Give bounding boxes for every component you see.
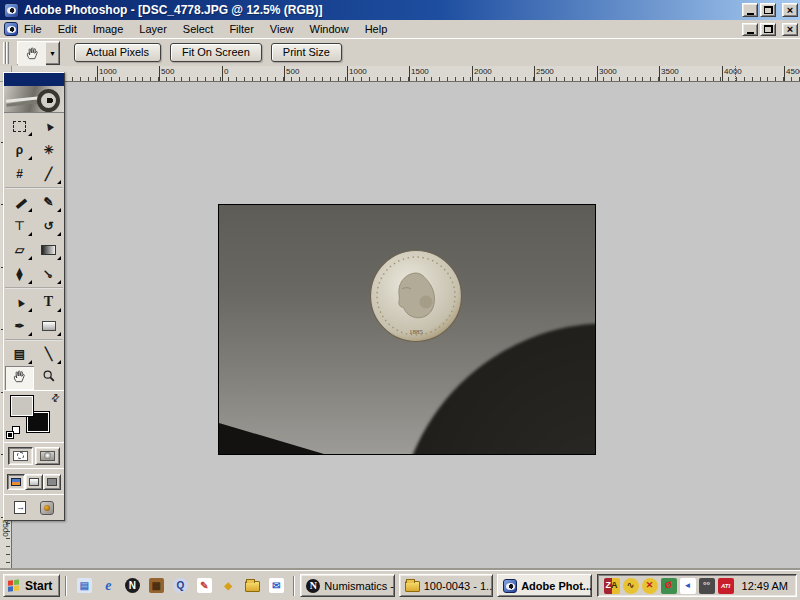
tool-magic-wand[interactable]: ✳	[34, 138, 63, 162]
menu-help[interactable]: Help	[357, 22, 396, 36]
menu-file[interactable]: File	[18, 22, 50, 36]
adobe-eye-banner-icon[interactable]	[4, 86, 64, 113]
type-icon: T	[44, 295, 53, 309]
ruler-tick	[580, 77, 581, 81]
menu-image[interactable]: Image	[85, 22, 132, 36]
rectangle-icon	[42, 321, 56, 331]
task-button-adobe-phot[interactable]: Adobe Phot...	[497, 574, 591, 597]
netscape-icon[interactable]: N	[123, 577, 141, 595]
standard-mode-button[interactable]	[8, 447, 33, 465]
clone-stamp-icon: ⊤	[14, 220, 24, 232]
ruler-tick	[119, 77, 120, 81]
menu-edit[interactable]: Edit	[50, 22, 85, 36]
swap-colors-icon[interactable]: ⇄	[48, 391, 62, 405]
tool-notes[interactable]: ▤	[5, 342, 34, 366]
options-button-actual-pixels[interactable]: Actual Pixels	[74, 43, 161, 62]
imageready-icon[interactable]	[40, 501, 54, 515]
document-close-button[interactable]: ×	[782, 23, 798, 36]
quick-mask-mode-button[interactable]	[35, 447, 60, 465]
tool-rectangular-marquee[interactable]	[5, 114, 34, 138]
ruler-tick	[697, 77, 698, 81]
tool-eyedropper[interactable]: ╲	[34, 342, 63, 366]
tool-crop[interactable]: #	[5, 162, 34, 186]
tool-slice[interactable]: ╱	[34, 162, 63, 186]
task-button-numismatics[interactable]: NNumismatics -...	[300, 574, 394, 597]
menu-select[interactable]: Select	[175, 22, 222, 36]
internet-explorer-icon[interactable]: e	[99, 577, 117, 595]
quick-mask-icon	[44, 452, 51, 459]
gold-app-icon[interactable]: ◆	[219, 577, 237, 595]
alert-icon[interactable]: ✕	[642, 578, 658, 594]
menu-view[interactable]: View	[262, 22, 302, 36]
tool-blur[interactable]: ⧫	[5, 262, 34, 286]
tool-hand[interactable]	[5, 366, 34, 390]
fullscreen-mode-button[interactable]	[43, 474, 61, 490]
disabled-shield-icon[interactable]: Ø	[661, 578, 677, 594]
tool-pen[interactable]: ✒	[5, 314, 34, 338]
ruler-tick	[431, 77, 432, 81]
ruler-major-tick	[472, 66, 473, 81]
tool-move[interactable]: ▲	[34, 114, 63, 138]
photoshop-app-icon	[4, 3, 19, 18]
slice-icon: ╱	[45, 168, 52, 180]
ruler-tick	[674, 77, 675, 81]
horizontal-ruler[interactable]: 1000500050010001500200025003000350040004…	[12, 66, 800, 82]
eraser-icon: ▱	[15, 244, 24, 256]
tool-rectangle[interactable]	[34, 314, 63, 338]
show-desktop-icon[interactable]: ▤	[75, 577, 93, 595]
menu-window[interactable]: Window	[302, 22, 357, 36]
display-settings-icon[interactable]: °°	[699, 578, 715, 594]
tool-history-brush[interactable]: ↺	[34, 214, 63, 238]
jump-to-imageready-icon[interactable]	[14, 501, 26, 514]
fullscreen-menubar-mode-button[interactable]	[25, 474, 43, 490]
ruler-tick	[6, 554, 10, 555]
menu-layer[interactable]: Layer	[131, 22, 175, 36]
window-close-button[interactable]: ×	[782, 3, 798, 17]
document-restore-button[interactable]	[760, 23, 776, 36]
tool-dodge[interactable]: ⊸	[34, 262, 63, 286]
options-bar-grip[interactable]	[6, 42, 9, 64]
volume-icon[interactable]: ◄	[680, 578, 696, 594]
foreground-color-swatch[interactable]	[10, 395, 34, 417]
zonealarm-icon[interactable]: ZA	[604, 578, 620, 594]
ruler-tick	[135, 77, 136, 81]
toolbox-title-bar[interactable]	[4, 73, 64, 86]
tool-gradient[interactable]	[34, 238, 63, 262]
standard-screen-mode-button[interactable]	[7, 474, 25, 490]
hand-tool-icon[interactable]	[18, 42, 46, 66]
tool-lasso[interactable]: ρ	[5, 138, 34, 162]
screen-mode-section	[4, 468, 64, 494]
photo-dark-corner	[218, 418, 351, 455]
options-button-print-size[interactable]: Print Size	[271, 43, 342, 62]
tool-healing-brush[interactable]: ▬	[5, 190, 34, 214]
tool-zoom[interactable]	[34, 366, 63, 390]
options-button-fit-on-screen[interactable]: Fit On Screen	[170, 43, 262, 62]
ati-icon[interactable]: ATI	[718, 578, 734, 594]
tool-brush[interactable]: ✎	[34, 190, 63, 214]
window-restore-button[interactable]	[760, 3, 776, 17]
photo-document[interactable]: 1885	[218, 204, 596, 455]
menu-filter[interactable]: Filter	[221, 22, 261, 36]
ruler-major-tick	[222, 66, 223, 81]
outlook-icon[interactable]: ✉	[267, 577, 285, 595]
package-icon[interactable]: ▦	[147, 577, 165, 595]
tool-eraser[interactable]: ▱	[5, 238, 34, 262]
ruler-tick	[197, 77, 198, 81]
task-button-100-0043-1[interactable]: 100-0043 - 1...	[399, 574, 493, 597]
ruler-tick	[728, 77, 729, 81]
document-minimize-button[interactable]	[742, 23, 758, 36]
ruler-label: 2500	[1, 519, 10, 537]
media-player-icon[interactable]: Q	[171, 577, 189, 595]
tool-clone-stamp[interactable]: ⊤	[5, 214, 34, 238]
tool-path-selection[interactable]: ▲	[5, 290, 34, 314]
tool-type[interactable]: T	[34, 290, 63, 314]
window-minimize-button[interactable]	[742, 3, 758, 17]
start-button[interactable]: Start	[3, 574, 60, 597]
default-colors-icon[interactable]	[6, 425, 20, 439]
tool-presets-dropdown[interactable]: ▼	[46, 42, 59, 66]
folder-icon[interactable]	[243, 577, 261, 595]
ruler-tick	[244, 77, 245, 81]
imaging-icon[interactable]: ✎	[195, 577, 213, 595]
antivirus-icon[interactable]: ∿	[623, 578, 639, 594]
ruler-tick	[681, 77, 682, 81]
